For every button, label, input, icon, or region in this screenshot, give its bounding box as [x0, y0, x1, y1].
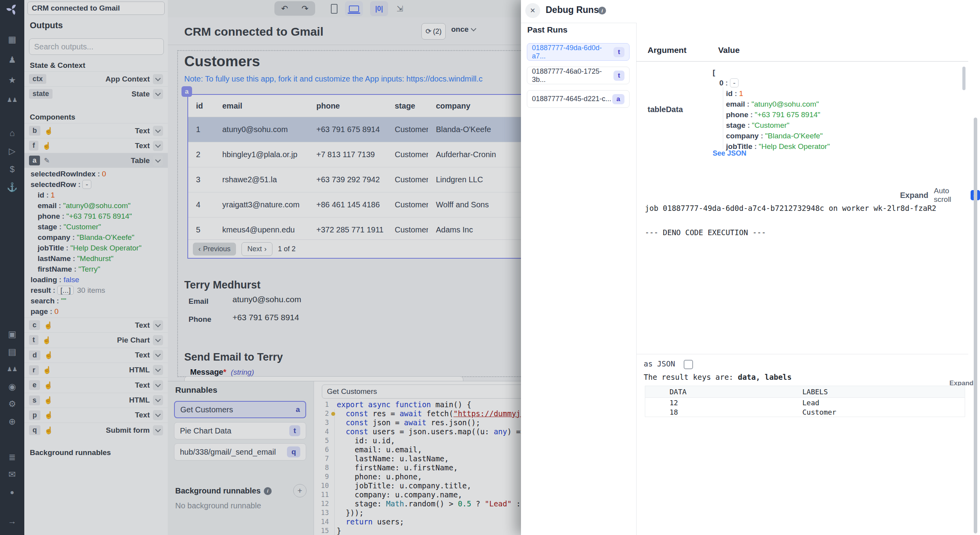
output-row-state[interactable]: state State	[24, 86, 168, 101]
chevron-down-icon[interactable]	[153, 350, 163, 360]
next-page-button[interactable]: Next ›	[241, 242, 272, 256]
book-icon[interactable]: ≣	[0, 452, 24, 462]
chevron-down-icon[interactable]	[153, 395, 163, 405]
as-json-checkbox[interactable]	[684, 360, 693, 369]
component-row-s[interactable]: s☝HTML	[24, 393, 168, 408]
chevron-down-icon[interactable]	[153, 335, 163, 345]
see-json-link[interactable]: See JSON	[713, 149, 746, 158]
as-json-label: as JSON	[644, 359, 675, 368]
windmill-logo[interactable]	[0, 3, 24, 18]
component-row-f[interactable]: f☝Text	[24, 138, 168, 153]
chevron-down-icon[interactable]	[153, 156, 163, 166]
star-icon[interactable]: ★	[0, 75, 24, 85]
search-outputs-input[interactable]	[29, 38, 164, 55]
code-text: jobTitle: u.company.title,	[337, 481, 471, 490]
center-content-button[interactable]: |0|	[370, 1, 388, 16]
refresh-button[interactable]: ⟳ (2)	[421, 23, 446, 40]
runnable-name: Get Customers	[180, 405, 233, 414]
runnable-item[interactable]: Pie Chart Datat	[174, 422, 306, 439]
component-key: b	[29, 126, 40, 136]
run-id: 01887777-49da-6d0d-a7...	[532, 44, 613, 60]
undo-icon[interactable]: ↶	[281, 4, 288, 13]
component-row-a[interactable]: a✎Table	[24, 153, 168, 168]
once-dropdown[interactable]: once	[451, 25, 475, 34]
prop-value[interactable]: -	[730, 78, 739, 87]
user-icon[interactable]: ♟	[0, 55, 24, 65]
component-type: Text	[135, 321, 150, 330]
prop-value[interactable]: -	[82, 180, 91, 189]
component-row-t[interactable]: t☝Pie Chart	[24, 332, 168, 347]
divider	[636, 61, 968, 62]
github-icon[interactable]: ●	[0, 487, 24, 497]
play-icon[interactable]: ▷	[0, 146, 24, 156]
prop-line: stage:"Customer"	[24, 221, 168, 232]
users-icon[interactable]: ♟♟	[0, 95, 24, 105]
chevron-down-icon[interactable]	[153, 365, 163, 375]
runnable-item[interactable]: Get Customersa	[174, 401, 306, 418]
prop-value: "Blanda-O'Keefe"	[765, 132, 823, 140]
past-run-item[interactable]: 01887777-49da-6d0d-a7...t	[527, 43, 630, 61]
fullscreen-button[interactable]: ⇲	[392, 1, 408, 16]
component-row-d[interactable]: d☝Text	[24, 348, 168, 363]
dollar-icon[interactable]: $	[0, 164, 24, 174]
runnable-item[interactable]: hub/338/gmail/_send_emailq	[174, 443, 306, 461]
collapse-sidebar-icon[interactable]: →	[0, 516, 24, 526]
log-expand-button[interactable]: Expand	[900, 191, 928, 200]
table-cell: atuny0@sohu.com	[214, 117, 309, 142]
prop-line: phone:"+63 791 675 8914"	[713, 109, 956, 120]
team-icon[interactable]: ♟♟	[0, 364, 24, 374]
chevron-down-icon[interactable]	[153, 74, 163, 84]
component-type: Table	[131, 156, 150, 165]
add-background-runnable-button[interactable]: +	[293, 484, 307, 497]
gear-icon[interactable]: ⚙	[0, 399, 24, 409]
component-row-b[interactable]: b☝Text	[24, 123, 168, 138]
json-scrollbar[interactable]	[962, 67, 965, 90]
redo-icon[interactable]: ↷	[301, 4, 309, 13]
home-icon[interactable]: ⌂	[0, 128, 24, 138]
result-keys-bold: data, labels	[738, 373, 791, 381]
prop-value[interactable]: [...]	[57, 286, 74, 295]
anchor-icon[interactable]: ⚓	[0, 182, 24, 192]
close-drawer-button[interactable]: ×	[525, 3, 540, 18]
table-cell: +86 461 145 4186	[309, 192, 387, 218]
component-row-p[interactable]: p☝Text	[24, 408, 168, 423]
eye-icon[interactable]: ◉	[0, 382, 24, 392]
chevron-down-icon[interactable]	[153, 425, 163, 435]
chevron-down-icon[interactable]	[153, 410, 163, 420]
line-number: 13	[314, 508, 329, 517]
code-text: company: u.company.name,	[337, 490, 462, 499]
component-row-r[interactable]: r☝HTML	[24, 363, 168, 377]
folder-icon[interactable]: ▤	[0, 347, 24, 357]
chevron-down-icon[interactable]	[153, 89, 163, 99]
result-table-header: DATALABELS	[645, 386, 965, 398]
building-icon[interactable]: ▦	[0, 34, 24, 45]
past-run-item[interactable]: 01887777-46a0-1725-3b...t	[527, 67, 630, 84]
argument-json-viewer: [0:-id:1email:"atuny0@sohu.com"phone:"+6…	[713, 67, 956, 152]
prop-key: company	[726, 132, 759, 140]
result-column-header: LABELS	[778, 386, 965, 398]
chevron-down-icon[interactable]	[153, 141, 163, 151]
table-cell: 2	[188, 142, 214, 167]
line-number: 14	[314, 517, 329, 526]
component-row-e[interactable]: e☝Text	[24, 377, 168, 392]
prop-key: selectedRow	[31, 180, 76, 189]
component-row-c[interactable]: c☝Text	[24, 317, 168, 332]
output-row-ctx[interactable]: ctx App Context	[24, 71, 168, 86]
mobile-view-button[interactable]	[327, 1, 341, 16]
apps-icon[interactable]: ▣	[0, 329, 24, 339]
globe-icon[interactable]: ⊕	[0, 417, 24, 427]
previous-page-button[interactable]: ‹ Previous	[193, 243, 236, 256]
chevron-down-icon[interactable]	[153, 380, 163, 390]
previous-label: Previous	[203, 245, 230, 253]
drawer-scrollbar[interactable]	[974, 118, 977, 533]
chevron-down-icon[interactable]	[153, 320, 163, 330]
desktop-view-button[interactable]	[345, 1, 363, 16]
app-name-input[interactable]	[27, 2, 165, 15]
past-run-item[interactable]: 01887777-4645-d221-c...a	[527, 90, 630, 108]
code-text: export async function main() {	[337, 400, 471, 409]
chat-icon[interactable]: ✉	[0, 470, 24, 480]
chevron-down-icon[interactable]	[153, 126, 163, 136]
result-cell: Customer	[778, 407, 965, 417]
component-row-q[interactable]: q☝Submit form	[24, 423, 168, 437]
prop-value: "+63 791 675 8914"	[66, 212, 132, 220]
